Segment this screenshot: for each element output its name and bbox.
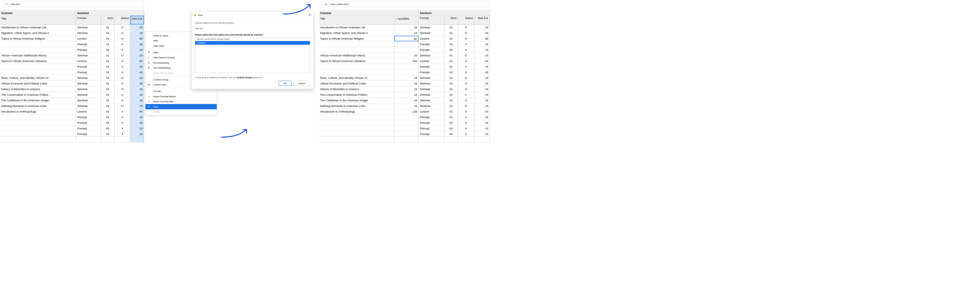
format-header-r[interactable]: Format (418, 16, 444, 25)
sum-header-r[interactable]: fx sum([Ma (394, 16, 418, 25)
num-cell[interactable]: 01 (101, 97, 115, 103)
format-cell[interactable]: Precept (76, 41, 101, 47)
format-cell[interactable]: Precept (76, 131, 101, 137)
status-cell[interactable]: O (458, 58, 474, 64)
maxenr-cell[interactable]: 15 (130, 47, 144, 53)
maxenr-cell[interactable]: 15 (474, 115, 490, 120)
format-cell[interactable]: Seminar (418, 86, 444, 92)
status-cell[interactable]: X (115, 120, 130, 126)
title-cell[interactable] (0, 131, 76, 137)
num-cell[interactable]: 01 (101, 58, 115, 64)
status-cell[interactable]: O (115, 75, 130, 81)
num-cell[interactable]: 01 (444, 109, 458, 115)
format-cell[interactable]: Seminar (76, 53, 101, 58)
title-cell[interactable]: African-American Intellectual History (0, 53, 76, 58)
status-header-r[interactable]: Status (458, 16, 474, 25)
format-cell[interactable]: Precept (418, 126, 444, 131)
maxenr-cell[interactable]: 15 (474, 92, 490, 97)
title-cell[interactable]: Topics in African American Literature (319, 58, 394, 64)
num-cell[interactable]: 03 (101, 126, 115, 131)
title-cell[interactable] (319, 47, 394, 53)
num-cell[interactable]: 01 (101, 30, 115, 36)
title-cell[interactable] (0, 115, 76, 120)
format-cell[interactable]: Lecture (418, 58, 444, 64)
maxenr-cell[interactable]: 15 (474, 64, 490, 70)
sum-cell[interactable]: 15 (394, 25, 418, 30)
num-cell[interactable]: 01 (101, 53, 115, 58)
maxenr-cell[interactable]: 15 (474, 47, 490, 53)
title-cell[interactable]: Race, Culture, and Identity: African An (0, 75, 76, 81)
maxenr-cell[interactable]: 15 (474, 86, 490, 92)
format-cell[interactable]: Seminar (76, 25, 101, 30)
status-cell[interactable]: X (458, 70, 474, 75)
maxenr-cell[interactable]: 15 (130, 92, 144, 97)
status-cell[interactable]: O (115, 58, 130, 64)
format-cell[interactable]: Seminar (76, 103, 101, 109)
maxenr-cell[interactable]: 15 (130, 41, 144, 47)
sum-cell[interactable] (394, 115, 418, 120)
menu-item-insert-formula-after[interactable]: fxInsert Formula After (146, 99, 217, 104)
menu-item-insert-formula-before[interactable]: fxInsert Formula Before (146, 94, 217, 99)
num-cell[interactable]: 01 (444, 36, 458, 41)
maxenr-cell[interactable]: 15 (130, 86, 144, 92)
maxenr-cell[interactable]: 45 (474, 70, 490, 75)
format-cell[interactable]: Precept (418, 64, 444, 70)
title-cell[interactable]: Migration, Urban Space, and African-A (0, 30, 76, 36)
num-cell[interactable]: 01 (444, 75, 458, 81)
title-cell[interactable]: The Caribbean in the American Imagin (0, 97, 76, 103)
maxenr-cell[interactable]: 15 (130, 97, 144, 103)
format-cell[interactable]: Precept (76, 70, 101, 75)
sum-cell[interactable]: 120 (394, 58, 418, 64)
status-cell[interactable]: X (115, 25, 130, 30)
status-cell[interactable]: X (115, 70, 130, 75)
cancel-button[interactable]: Cancel (294, 81, 310, 86)
level-item[interactable]: Courses (195, 41, 310, 45)
status-cell[interactable]: O (115, 30, 130, 36)
format-cell[interactable]: Seminar (418, 75, 444, 81)
level-list[interactable]: Above Current Root (Grand Total)Courses (195, 37, 310, 73)
num-cell[interactable]: 01 (101, 41, 115, 47)
title-cell[interactable] (319, 137, 394, 142)
num-cell[interactable]: 02 (444, 70, 458, 75)
status-cell[interactable]: C (458, 92, 474, 97)
title-cell[interactable]: African-American Intellectual History (319, 53, 394, 58)
menu-item-sum-[interactable]: fxSum... (146, 104, 217, 110)
sum-cell[interactable]: 15 (394, 86, 418, 92)
title-cell[interactable] (0, 137, 76, 142)
status-cell[interactable]: X (115, 97, 130, 103)
sum-cell[interactable] (394, 41, 418, 47)
sum-cell[interactable]: 15 (394, 92, 418, 97)
format-cell[interactable]: Precept (418, 115, 444, 120)
maxenr-cell[interactable]: 15 (130, 115, 144, 120)
num-cell[interactable]: 01 (444, 81, 458, 86)
format-cell[interactable]: Seminar (76, 75, 101, 81)
status-cell[interactable]: X (458, 120, 474, 126)
ok-button[interactable]: OK (278, 81, 292, 86)
num-cell[interactable]: 01 (444, 86, 458, 92)
status-cell[interactable]: X (458, 109, 474, 115)
status-cell[interactable]: X (115, 126, 130, 131)
maxenr-cell[interactable]: 15 (474, 75, 490, 81)
maxenr-cell[interactable]: 15 (130, 75, 144, 81)
title-cell[interactable] (0, 64, 76, 70)
format-cell[interactable]: Seminar (76, 30, 101, 36)
maxenr-cell[interactable] (474, 137, 490, 142)
num-header-r[interactable]: Num (444, 16, 458, 25)
title-cell[interactable] (319, 64, 394, 70)
title-cell[interactable]: History of Minorities in America (0, 86, 76, 92)
title-cell[interactable] (0, 120, 76, 126)
maxenr-cell[interactable]: 15 (474, 131, 490, 137)
status-cell[interactable]: O (458, 86, 474, 92)
maxenr-cell[interactable]: 15 (474, 53, 490, 58)
format-cell[interactable]: Precept (76, 115, 101, 120)
title-header[interactable]: Title (0, 16, 76, 25)
format-cell[interactable] (418, 137, 444, 142)
num-cell[interactable]: 01 (444, 30, 458, 36)
num-cell[interactable]: 02 (444, 120, 458, 126)
sum-cell[interactable]: 139 (394, 109, 418, 115)
status-cell[interactable]: X (458, 47, 474, 53)
format-cell[interactable]: Seminar (418, 92, 444, 97)
title-cell[interactable]: Introduction to Anthropology (0, 109, 76, 115)
maxenr-cell[interactable]: 15 (130, 53, 144, 58)
maxenr-cell[interactable]: 15 (474, 41, 490, 47)
